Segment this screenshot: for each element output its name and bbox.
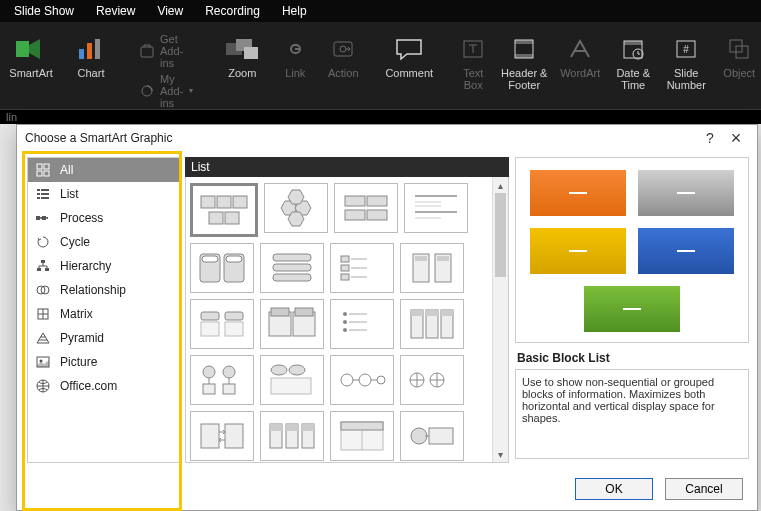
wordart-button[interactable]: WordArt xyxy=(555,28,605,79)
gallery-thumb[interactable] xyxy=(190,411,254,461)
wordart-icon xyxy=(565,34,595,64)
menu-recording[interactable]: Recording xyxy=(195,2,270,20)
smartart-button[interactable]: SmartArt xyxy=(4,28,58,79)
category-matrix[interactable]: Matrix xyxy=(28,302,179,326)
svg-rect-70 xyxy=(341,265,349,271)
smartart-gallery[interactable] xyxy=(186,177,492,462)
category-cycle[interactable]: Cycle xyxy=(28,230,179,254)
object-icon xyxy=(724,34,754,64)
gallery-thumb[interactable] xyxy=(404,183,468,233)
addins-store-icon xyxy=(140,44,154,58)
svg-rect-34 xyxy=(41,260,45,263)
svg-rect-23 xyxy=(44,164,49,169)
menu-help[interactable]: Help xyxy=(272,2,317,20)
close-button[interactable]: × xyxy=(723,127,749,149)
svg-rect-123 xyxy=(341,422,383,430)
gallery-thumb[interactable] xyxy=(330,299,394,349)
scroll-up-icon[interactable]: ▴ xyxy=(493,177,508,193)
svg-rect-2 xyxy=(87,43,92,59)
gallery-scrollbar[interactable]: ▴ ▾ xyxy=(492,177,508,462)
svg-rect-43 xyxy=(201,196,215,208)
gallery-thumb[interactable] xyxy=(190,299,254,349)
category-label: All xyxy=(60,163,73,177)
svg-rect-78 xyxy=(201,312,219,320)
svg-rect-36 xyxy=(45,268,49,271)
gallery-thumb[interactable] xyxy=(190,355,254,405)
svg-rect-84 xyxy=(271,308,289,316)
gallery-header-label: List xyxy=(191,160,210,174)
link-button[interactable]: Link xyxy=(275,28,315,79)
category-all[interactable]: All xyxy=(28,158,179,182)
get-addins-button[interactable]: Get Add-ins xyxy=(134,31,199,71)
category-label: Picture xyxy=(60,355,97,369)
svg-point-105 xyxy=(289,365,305,375)
category-label: List xyxy=(60,187,79,201)
preview-description: Use to show non-sequential or grouped bl… xyxy=(515,369,749,459)
gallery-container: ▴ ▾ xyxy=(185,177,509,463)
category-pyramid[interactable]: Pyramid xyxy=(28,326,179,350)
chart-icon xyxy=(76,34,106,64)
scroll-track[interactable] xyxy=(495,193,506,446)
date-time-button[interactable]: Date & Time xyxy=(611,28,655,91)
secondary-label: lin xyxy=(6,111,17,123)
gallery-thumb[interactable] xyxy=(400,411,464,461)
gallery-thumb[interactable] xyxy=(264,183,328,233)
svg-marker-51 xyxy=(288,212,304,226)
menu-view[interactable]: View xyxy=(147,2,193,20)
object-button[interactable]: Object xyxy=(717,28,761,79)
svg-point-109 xyxy=(359,374,371,386)
scroll-down-icon[interactable]: ▾ xyxy=(493,446,508,462)
zoom-button[interactable]: Zoom xyxy=(215,28,269,79)
menu-slide-show[interactable]: Slide Show xyxy=(4,2,84,20)
category-relationship[interactable]: Relationship xyxy=(28,278,179,302)
gallery-thumb[interactable] xyxy=(400,243,464,293)
gallery-thumb-basic-block-list[interactable] xyxy=(190,183,258,237)
action-button[interactable]: Action xyxy=(321,28,365,79)
ribbon: SmartArt Chart Get Add-ins My Add-ins ▾ xyxy=(0,22,761,110)
menu-review[interactable]: Review xyxy=(86,2,145,20)
svg-rect-67 xyxy=(273,274,311,281)
cycle-icon xyxy=(36,235,50,249)
header-footer-button[interactable]: Header & Footer xyxy=(499,28,549,91)
date-time-icon xyxy=(618,34,648,64)
gallery-thumb[interactable] xyxy=(260,299,324,349)
gallery-thumb[interactable] xyxy=(400,299,464,349)
svg-rect-106 xyxy=(271,378,311,394)
category-picture[interactable]: Picture xyxy=(28,350,179,374)
gallery-thumb[interactable] xyxy=(334,183,398,233)
zoom-label: Zoom xyxy=(228,67,256,79)
dialog-title: Choose a SmartArt Graphic xyxy=(25,131,172,145)
category-officecom[interactable]: Office.com xyxy=(28,374,179,398)
gallery-thumb[interactable] xyxy=(400,355,464,405)
my-addins-button[interactable]: My Add-ins ▾ xyxy=(134,71,199,111)
gallery-thumb[interactable] xyxy=(330,411,394,461)
gallery-thumb[interactable] xyxy=(330,243,394,293)
help-button[interactable]: ? xyxy=(697,127,723,149)
gallery-column: List xyxy=(185,157,509,463)
svg-rect-33 xyxy=(42,216,46,220)
svg-rect-97 xyxy=(441,310,453,316)
gallery-thumb[interactable] xyxy=(330,355,394,405)
text-box-button[interactable]: Text Box xyxy=(453,28,493,91)
chart-button[interactable]: Chart xyxy=(64,28,118,79)
secondary-strip: lin xyxy=(0,110,761,124)
slide-number-label: Slide Number xyxy=(661,67,711,91)
category-hierarchy[interactable]: Hierarchy xyxy=(28,254,179,278)
category-list-item[interactable]: List xyxy=(28,182,179,206)
category-process[interactable]: Process xyxy=(28,206,179,230)
slide-number-button[interactable]: # Slide Number xyxy=(661,28,711,91)
svg-rect-53 xyxy=(367,196,387,206)
process-icon xyxy=(36,211,50,225)
gallery-thumb[interactable] xyxy=(260,243,324,293)
cancel-button[interactable]: Cancel xyxy=(665,478,743,500)
ok-button[interactable]: OK xyxy=(575,478,653,500)
category-label: Relationship xyxy=(60,283,126,297)
gallery-thumb[interactable] xyxy=(260,355,324,405)
gallery-thumb[interactable] xyxy=(260,411,324,461)
comment-button[interactable]: Comment xyxy=(381,28,437,79)
scroll-thumb[interactable] xyxy=(495,193,506,277)
gallery-thumb[interactable] xyxy=(190,243,254,293)
svg-point-90 xyxy=(343,328,347,332)
category-label: Matrix xyxy=(60,307,93,321)
svg-point-111 xyxy=(377,376,385,384)
